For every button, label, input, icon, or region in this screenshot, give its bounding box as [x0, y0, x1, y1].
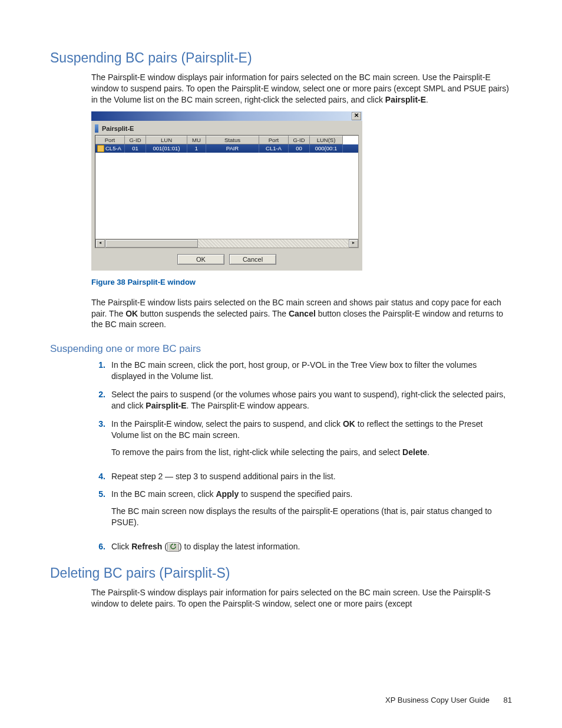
section1-description-paragraph: The Pairsplit-E window lists pairs selec… — [91, 297, 512, 331]
step-text: Repeat step 2 — step 3 to suspend additi… — [111, 471, 512, 482]
step-1: 1. In the BC main screen, click the port… — [91, 360, 512, 382]
ok-bold: OK — [343, 419, 355, 429]
steps-list: 1. In the BC main screen, click the port… — [91, 360, 512, 552]
step-number: 6. — [91, 541, 105, 552]
cell-port: CL5-A — [105, 145, 121, 151]
step-4: 4. Repeat step 2 — step 3 to suspend add… — [91, 471, 512, 482]
step-2: 2. Select the pairs to suspend (or the v… — [91, 389, 512, 411]
pairsplit-e-window: ✕ Pairsplit-E Port G-ID LUN MU Status Po… — [91, 111, 362, 271]
text: ) to display the latest information. — [179, 542, 300, 551]
window-label: Pairsplit-E — [102, 125, 134, 132]
pair-table: Port G-ID LUN MU Status Port G-ID LUN(S)… — [95, 135, 359, 248]
guide-title: XP Business Copy User Guide — [385, 696, 490, 704]
col-port[interactable]: Port — [95, 136, 125, 144]
text: . — [426, 95, 428, 104]
refresh-icon[interactable] — [167, 542, 179, 552]
text: In the BC main screen, click — [111, 489, 216, 499]
step-number: 5. — [91, 489, 105, 534]
scroll-left-icon[interactable]: ◂ — [95, 239, 105, 248]
label-decorator — [95, 124, 98, 133]
table-row[interactable]: CL5-A 01 001(01:01) 1 PAIR CL1-A 00 000(… — [95, 144, 358, 153]
col-port2[interactable]: Port — [259, 136, 289, 144]
cell-mu: 1 — [187, 144, 206, 153]
col-gid2[interactable]: G-ID — [289, 136, 310, 144]
cell-luns: 000(00:1 — [310, 144, 343, 153]
page-footer: XP Business Copy User Guide 81 — [385, 696, 512, 704]
pairsplit-e-bold: Pairsplit-E — [146, 401, 186, 410]
col-lun[interactable]: LUN — [146, 136, 187, 144]
step-number: 4. — [91, 471, 105, 482]
figure-caption: Figure 38 Pairsplit-E window — [91, 278, 512, 286]
step-number: 1. — [91, 360, 105, 382]
cell-lun: 001(01:01) — [146, 144, 187, 153]
cancel-button[interactable]: Cancel — [229, 254, 276, 265]
delete-bold: Delete — [402, 447, 427, 457]
page-number: 81 — [504, 696, 512, 704]
step-5: 5. In the BC main screen, click Apply to… — [91, 489, 512, 534]
col-luns[interactable]: LUN(S) — [310, 136, 343, 144]
text: In the Pairsplit-E window, select the pa… — [111, 419, 343, 429]
step-6: 6. Click Refresh () to display the lates… — [91, 541, 512, 552]
section1-intro-paragraph: The Pairsplit-E window displays pair inf… — [91, 72, 512, 106]
window-titlebar: ✕ — [91, 111, 362, 121]
cell-status: PAIR — [206, 144, 259, 153]
text: button suspends the selected pairs. The — [138, 309, 289, 318]
ok-button[interactable]: OK — [177, 254, 224, 265]
col-gid[interactable]: G-ID — [125, 136, 146, 144]
heading-deleting-bc-pairs: Deleting BC pairs (Pairsplit-S) — [50, 565, 512, 581]
col-mu[interactable]: MU — [187, 136, 206, 144]
pairsplit-e-bold: Pairsplit-E — [385, 95, 426, 104]
cell-gid: 01 — [125, 144, 146, 153]
heading-suspending-bc-pairs: Suspending BC pairs (Pairsplit-E) — [50, 50, 512, 66]
apply-bold: Apply — [216, 489, 239, 499]
scroll-right-icon[interactable]: ▸ — [349, 239, 358, 248]
step-text: In the BC main screen, click the port, h… — [111, 360, 512, 382]
horizontal-scrollbar[interactable]: ◂ ▸ — [95, 239, 358, 248]
cell-port2: CL1-A — [259, 144, 289, 153]
scroll-thumb[interactable] — [105, 239, 198, 248]
text: To remove the pairs from the list, right… — [111, 447, 402, 457]
cell-gid2: 00 — [289, 144, 310, 153]
text: The BC main screen now displays the resu… — [111, 506, 512, 528]
section2-intro-paragraph: The Pairsplit-S window displays pair inf… — [91, 587, 512, 610]
step-number: 3. — [91, 419, 105, 464]
text: Click — [111, 542, 131, 551]
cancel-bold: Cancel — [289, 309, 316, 318]
col-status[interactable]: Status — [206, 136, 259, 144]
step-number: 2. — [91, 389, 105, 411]
text: . The Pairsplit-E window appears. — [187, 401, 309, 410]
table-empty-area — [95, 153, 358, 239]
text: ( — [162, 542, 167, 551]
text: The Pairsplit-E window displays pair inf… — [91, 73, 509, 104]
volume-icon — [97, 145, 104, 152]
text: . — [427, 447, 429, 457]
refresh-bold: Refresh — [131, 542, 162, 551]
text: to suspend the specified pairs. — [239, 489, 352, 499]
table-header-row: Port G-ID LUN MU Status Port G-ID LUN(S) — [95, 136, 358, 144]
scroll-track[interactable] — [105, 239, 348, 248]
subheading-suspending-one-or-more: Suspending one or more BC pairs — [50, 343, 512, 355]
ok-bold: OK — [125, 309, 138, 318]
step-3: 3. In the Pairsplit-E window, select the… — [91, 419, 512, 464]
close-icon[interactable]: ✕ — [352, 112, 361, 120]
